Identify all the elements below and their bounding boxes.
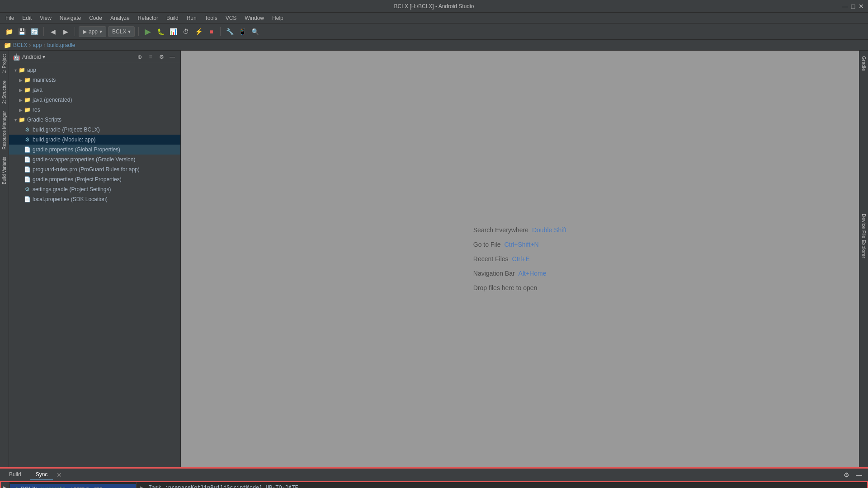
tree-label-gradle-props-project: gradle.properties (Project Properties): [33, 176, 122, 183]
tree-label-res: res: [33, 107, 40, 113]
menu-item-file[interactable]: File: [2, 14, 18, 22]
sdk-manager-btn[interactable]: 🔧: [224, 26, 235, 37]
breadcrumb-root[interactable]: BCLX: [13, 42, 27, 48]
properties-icon-1: 📄: [24, 146, 31, 153]
run-button[interactable]: ▶: [142, 26, 153, 37]
bottom-content: ▶ ⊕ 🔍 🌐 ✓ BCLX: successful at 2023 2 s 3…: [0, 481, 868, 488]
title-text: BCLX [H:\BCLX] - Android Studio: [394, 3, 474, 9]
breadcrumb-sep-1: ›: [29, 42, 31, 48]
menu-item-window[interactable]: Window: [241, 14, 268, 22]
tree-item-res[interactable]: ▶ 📁 res: [9, 105, 180, 115]
coverage-button[interactable]: 📊: [168, 26, 179, 37]
toolbar-sync-btn[interactable]: 🔄: [29, 26, 40, 37]
tree-item-settings-gradle[interactable]: ⚙ settings.gradle (Project Settings): [9, 184, 180, 194]
tree-item-manifests[interactable]: ▶ 📁 manifests: [9, 75, 180, 85]
bottom-settings-btn[interactable]: ⚙: [841, 469, 852, 480]
menu-item-build[interactable]: Build: [163, 14, 182, 22]
tree-item-local-properties[interactable]: 📄 local.properties (SDK Location): [9, 194, 180, 204]
menu-item-vcs[interactable]: VCS: [222, 14, 241, 22]
sidebar-tab-project[interactable]: 1: Project: [1, 51, 8, 77]
tree-item-gradle-wrapper[interactable]: 📄 gradle-wrapper.properties (Gradle Vers…: [9, 155, 180, 164]
menu-item-tools[interactable]: Tools: [201, 14, 221, 22]
breadcrumb-app[interactable]: app: [33, 42, 42, 48]
menu-item-navigate[interactable]: Navigate: [56, 14, 85, 22]
tree-item-gradle-scripts[interactable]: ▾ 📁 Gradle Scripts: [9, 115, 180, 125]
tree-item-java-generated[interactable]: ▶ 📁 java (generated): [9, 95, 180, 105]
stop-button[interactable]: ■: [206, 26, 217, 37]
build-tab[interactable]: Build: [4, 469, 27, 480]
run-config-dropdown[interactable]: ▶ app ▾: [79, 26, 106, 37]
gradle-icon-3: ⚙: [24, 186, 31, 193]
minimize-button[interactable]: —: [842, 3, 848, 9]
sync-tab[interactable]: Sync: [30, 469, 53, 480]
tree-arrow-app: ▾: [13, 67, 18, 73]
hint-search-shortcut: Double Shift: [532, 226, 566, 234]
hint-navbar-shortcut: Alt+Home: [519, 270, 547, 277]
device-arrow: ▾: [128, 28, 131, 35]
panel-settings-btn[interactable]: ⚙: [157, 52, 166, 61]
panel-close-btn[interactable]: —: [168, 52, 177, 61]
toolbar-back-btn[interactable]: ◀: [47, 26, 58, 37]
tree-label-manifests: manifests: [33, 77, 56, 83]
log-line-1: ▶ Task :prepareKotlinBuildScriptModel UP…: [140, 484, 863, 488]
bottom-close-btn[interactable]: ✕: [57, 471, 62, 479]
tree-label-java: java: [33, 87, 42, 93]
build-item-bclx[interactable]: ✓ BCLX: successful at 2023 2 s 302 ms: [10, 484, 136, 488]
apply-changes-btn[interactable]: ⚡: [193, 26, 204, 37]
profile-button[interactable]: ⏱: [180, 26, 191, 37]
device-file-explorer-tab[interactable]: Device File Explorer: [860, 210, 868, 262]
sidebar-tab-resource[interactable]: Resource Manager: [1, 108, 8, 153]
hint-search: Search Everywhere Double Shift: [473, 226, 566, 234]
gradle-tab[interactable]: Gradle: [860, 52, 868, 75]
tree-label-proguard: proguard-rules.pro (ProGuard Rules for a…: [33, 166, 140, 173]
toolbar-sep-1: [43, 27, 44, 36]
menu-item-view[interactable]: View: [36, 14, 55, 22]
breadcrumb-file[interactable]: build.gradle: [47, 42, 75, 48]
menu-item-refactor[interactable]: Refactor: [134, 14, 162, 22]
main-layout: 1: Project 2: Structure Resource Manager…: [0, 51, 868, 467]
maximize-button[interactable]: □: [850, 3, 856, 9]
tree-item-gradle-props-global[interactable]: 📄 gradle.properties (Global Properties): [9, 145, 180, 155]
tree-label-build-gradle-app: build.gradle (Module: app): [33, 136, 95, 143]
run-config-icon: ▶: [83, 28, 87, 35]
toolbar-save-btn[interactable]: 💾: [16, 26, 27, 37]
editor-hints: Search Everywhere Double Shift Go to Fil…: [473, 226, 566, 291]
menu-item-edit[interactable]: Edit: [19, 14, 35, 22]
build-success-icon: ✓: [14, 486, 18, 488]
tree-item-gradle-props-project[interactable]: 📄 gradle.properties (Project Properties): [9, 174, 180, 184]
menu-item-run[interactable]: Run: [183, 14, 200, 22]
panel-collapse-btn[interactable]: ≡: [146, 52, 155, 61]
hint-navbar: Navigation Bar Alt+Home: [473, 270, 566, 277]
gradle-icon-1: ⚙: [24, 126, 31, 133]
debug-button[interactable]: 🐛: [155, 26, 166, 37]
menu-item-analyze[interactable]: Analyze: [107, 14, 133, 22]
tree-item-java[interactable]: ▶ 📁 java: [9, 85, 180, 95]
bottom-icon-1[interactable]: ▶: [1, 484, 9, 488]
close-button[interactable]: ✕: [858, 3, 864, 9]
hint-goto: Go to File Ctrl+Shift+N: [473, 241, 566, 248]
gradle-icon-2: ⚙: [24, 136, 31, 143]
proguard-icon: 📄: [24, 166, 31, 173]
view-mode-dropdown[interactable]: 🤖 Android ▾: [13, 53, 45, 61]
hint-search-text: Search Everywhere: [473, 226, 528, 234]
device-label: BCLX: [112, 28, 126, 35]
sidebar-tab-build-variants[interactable]: Build Variants: [1, 153, 8, 188]
tree-item-app[interactable]: ▾ 📁 app: [9, 65, 180, 75]
bottom-minimize-btn[interactable]: —: [854, 469, 864, 480]
tree-item-build-gradle-app[interactable]: ⚙ build.gradle (Module: app): [9, 135, 180, 145]
hint-recent-text: Recent Files: [473, 255, 509, 263]
sidebar-tab-structure[interactable]: 2: Structure: [1, 77, 8, 108]
avd-manager-btn[interactable]: 📱: [237, 26, 248, 37]
tree-label-gradle-props-global: gradle.properties (Global Properties): [33, 146, 120, 153]
toolbar-open-btn[interactable]: 📁: [4, 26, 14, 37]
tree-item-build-gradle-project[interactable]: ⚙ build.gradle (Project: BCLX): [9, 125, 180, 135]
tree-item-proguard[interactable]: 📄 proguard-rules.pro (ProGuard Rules for…: [9, 164, 180, 174]
tree-arrow-java-gen: ▶: [18, 97, 24, 103]
tree-label-local-properties: local.properties (SDK Location): [33, 196, 108, 202]
menu-item-code[interactable]: Code: [85, 14, 106, 22]
toolbar-forward-btn[interactable]: ▶: [60, 26, 71, 37]
panel-locate-btn[interactable]: ⊕: [135, 52, 144, 61]
menu-item-help[interactable]: Help: [269, 14, 287, 22]
search-btn[interactable]: 🔍: [250, 26, 260, 37]
device-dropdown[interactable]: BCLX ▾: [108, 26, 135, 37]
